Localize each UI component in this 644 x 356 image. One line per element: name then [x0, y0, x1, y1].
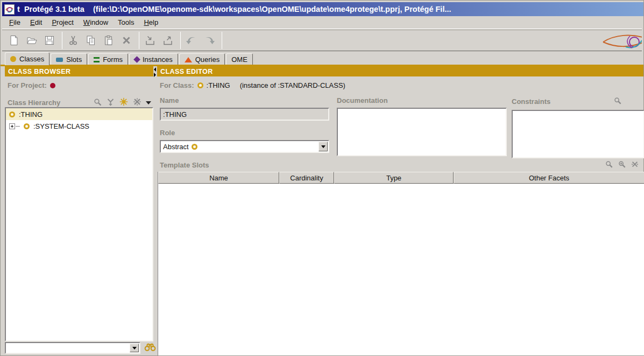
create-class-icon[interactable]: [119, 97, 129, 108]
classes-icon: [10, 56, 16, 62]
class-browser-panel: CLASS BROWSER For Project: Class Hierarc…: [5, 66, 153, 355]
new-project-button[interactable]: [8, 34, 20, 47]
tab-slots[interactable]: Slots: [51, 53, 87, 65]
tab-label: Queries: [195, 55, 220, 64]
tab-strip: Classes Slots Forms Instances Queries OM…: [2, 52, 642, 65]
add-slot-icon[interactable]: [618, 160, 626, 170]
class-icon: [9, 111, 15, 117]
class-browser-title: CLASS BROWSER: [8, 68, 70, 75]
remove-slot-icon[interactable]: [631, 160, 639, 170]
queries-icon: [185, 57, 192, 62]
table-body-empty[interactable]: [158, 184, 644, 355]
role-dropdown-button[interactable]: [319, 142, 328, 151]
constraints-textarea[interactable]: [512, 110, 644, 158]
tab-label: Instances: [143, 55, 173, 64]
delete-class-icon[interactable]: [132, 97, 142, 108]
documentation-label: Documentation: [337, 96, 507, 104]
role-value: Abstract: [163, 143, 189, 151]
tab-forms[interactable]: Forms: [88, 53, 128, 65]
chevron-down-icon: [132, 347, 137, 350]
class-icon: [192, 144, 197, 150]
menu-help[interactable]: Help: [139, 17, 163, 28]
toolbar-separator: [180, 32, 181, 49]
menu-file[interactable]: File: [4, 17, 25, 28]
delete-button[interactable]: [120, 34, 133, 47]
view-class-icon[interactable]: [93, 97, 102, 108]
menu-project[interactable]: Project: [47, 17, 78, 28]
role-combobox[interactable]: Abstract: [160, 140, 329, 153]
for-class-name: :THING: [207, 81, 230, 89]
protege-window: t Protégé 3.1 beta (file:\D:\OpenOME\ope…: [0, 0, 644, 356]
class-hierarchy-label: Class Hierarchy: [8, 99, 60, 107]
class-editor-panel: CLASS EDITOR For Class: :THING (instance…: [157, 66, 643, 355]
collapse-left-icon[interactable]: [154, 67, 156, 72]
collapse-right-icon[interactable]: [154, 73, 156, 77]
toolbar: [2, 30, 642, 51]
cut-button[interactable]: [67, 34, 80, 47]
expand-icon[interactable]: [9, 123, 15, 129]
column-header-type[interactable]: Type: [334, 172, 454, 184]
project-icon: [50, 83, 55, 88]
template-slots-row: Template Slots: [160, 160, 643, 170]
name-value: :THING: [163, 110, 187, 118]
tab-label: Classes: [19, 55, 44, 63]
template-slots-toolbar: [605, 160, 639, 170]
save-project-button[interactable]: [43, 34, 56, 47]
class-search-combobox[interactable]: [5, 342, 140, 354]
class-icon: [197, 82, 203, 88]
forward-button[interactable]: [203, 34, 216, 47]
window-title: t Protégé 3.1 beta (file:\D:\OpenOME\ope…: [17, 5, 451, 13]
name-role-column: Name :THING Role Abstract: [160, 96, 329, 153]
create-subclass-icon[interactable]: [106, 97, 115, 108]
constraints-column: Constraints: [512, 96, 644, 158]
app-logo-icon: [4, 4, 15, 15]
toolbar-separator: [222, 32, 222, 49]
class-editor-title: CLASS EDITOR: [160, 68, 213, 75]
tab-label: OME: [231, 55, 247, 64]
documentation-textarea[interactable]: [337, 108, 507, 156]
for-project-row: For Project:: [8, 81, 153, 89]
view-constraint-icon[interactable]: [613, 96, 622, 107]
open-project-button[interactable]: [25, 34, 38, 47]
forms-icon: [94, 57, 100, 62]
column-header-cardinality[interactable]: Cardinality: [279, 172, 334, 184]
back-button[interactable]: [185, 34, 198, 47]
tree-item-label: :SYSTEM-CLASS: [33, 122, 89, 130]
column-header-other-facets[interactable]: Other Facets: [454, 172, 644, 184]
column-header-name[interactable]: Name: [158, 172, 279, 184]
paste-button[interactable]: [102, 34, 115, 47]
tree-guide: [16, 126, 20, 127]
tab-instances[interactable]: Instances: [129, 53, 178, 65]
instances-icon: [133, 56, 140, 63]
name-field[interactable]: :THING: [160, 108, 329, 121]
tab-ome[interactable]: OME: [226, 53, 253, 65]
class-hierarchy-tree[interactable]: :THING :SYSTEM-CLASS: [5, 107, 153, 341]
tree-row-thing[interactable]: :THING: [6, 108, 152, 120]
tab-queries[interactable]: Queries: [179, 53, 225, 65]
copy-button[interactable]: [84, 34, 97, 47]
title-bar[interactable]: t Protégé 3.1 beta (file:\D:\OpenOME\ope…: [2, 2, 643, 16]
import-archive-button[interactable]: [144, 34, 157, 47]
tab-label: Slots: [66, 55, 82, 64]
class-hierarchy-row: Class Hierarchy: [8, 97, 151, 108]
export-archive-button[interactable]: [161, 34, 174, 47]
panel-splitter[interactable]: [153, 66, 157, 355]
documentation-column: Documentation: [337, 96, 507, 156]
tree-row-system-class[interactable]: :SYSTEM-CLASS: [6, 120, 152, 132]
menu-tools[interactable]: Tools: [113, 17, 139, 28]
menu-window[interactable]: Window: [79, 17, 113, 28]
combo-dropdown-button[interactable]: [130, 344, 139, 352]
menu-caret-icon[interactable]: [146, 101, 151, 104]
class-browser-header: CLASS BROWSER: [5, 66, 153, 76]
for-class-row: For Class: :THING (instance of :STANDARD…: [160, 81, 643, 89]
role-label: Role: [160, 129, 329, 137]
chevron-down-icon: [321, 145, 325, 148]
tab-classes[interactable]: Classes: [5, 52, 49, 65]
tab-label: Forms: [103, 55, 123, 64]
view-slot-icon[interactable]: [605, 160, 613, 170]
menu-edit[interactable]: Edit: [25, 17, 47, 28]
toolbar-separator: [139, 32, 139, 49]
class-hierarchy-toolbar: [93, 97, 151, 108]
tree-item-label: :THING: [19, 110, 43, 118]
name-label: Name: [160, 96, 329, 104]
